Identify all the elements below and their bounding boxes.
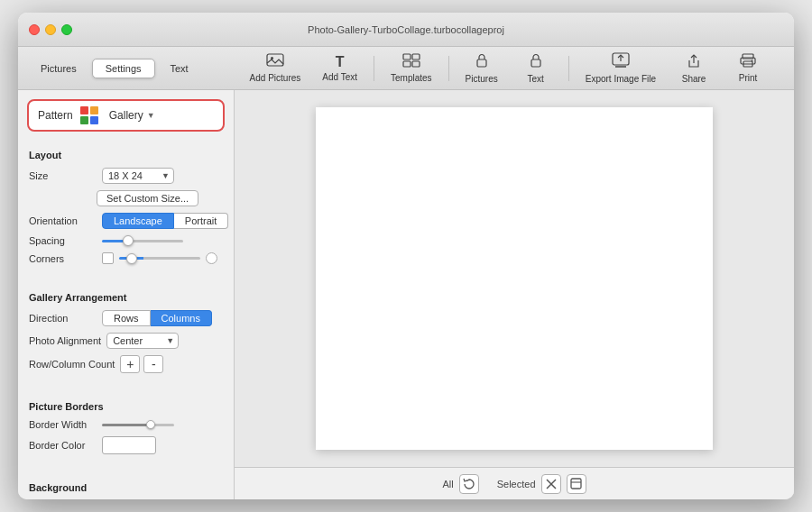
- border-width-slider[interactable]: [102, 424, 174, 426]
- svg-rect-18: [571, 479, 581, 489]
- export-label: Export Image File: [586, 74, 656, 84]
- svg-point-15: [752, 60, 753, 62]
- selected-label: Selected: [497, 479, 536, 489]
- add-pictures-label: Add Pictures: [250, 73, 301, 83]
- export-icon: [612, 52, 630, 72]
- custom-size-row: Set Custom Size...: [97, 190, 223, 206]
- svg-rect-3: [412, 54, 420, 59]
- count-row: Row/Column Count + -: [29, 355, 223, 373]
- portrait-button[interactable]: Portrait: [174, 213, 228, 229]
- size-row: Size 18 X 24 ▼: [29, 168, 223, 184]
- rows-button[interactable]: Rows: [102, 310, 151, 326]
- add-pictures-icon: [266, 53, 284, 71]
- export-button[interactable]: Export Image File: [577, 50, 665, 86]
- pattern-icon: [80, 106, 98, 124]
- count-plus-button[interactable]: +: [120, 355, 140, 373]
- count-minus-button[interactable]: -: [143, 355, 163, 373]
- spacing-row: Spacing: [29, 235, 223, 246]
- svg-rect-2: [403, 54, 411, 59]
- bottom-bar: All Selected: [235, 467, 794, 499]
- corners-label: Corners: [29, 253, 97, 264]
- pattern-selector[interactable]: Pattern Gallery ▼: [27, 99, 225, 132]
- chevron-down-icon: ▼: [161, 171, 170, 180]
- minimize-button[interactable]: [45, 24, 56, 35]
- selected-remove-button[interactable]: [541, 474, 561, 494]
- spacing-slider-container: [102, 240, 223, 242]
- spacing-slider[interactable]: [102, 240, 183, 242]
- all-refresh-button[interactable]: [459, 474, 479, 494]
- orientation-label: Orientation: [29, 215, 97, 226]
- corners-slider[interactable]: [119, 257, 200, 260]
- add-pictures-button[interactable]: Add Pictures: [241, 51, 310, 85]
- svg-rect-0: [267, 54, 283, 66]
- custom-size-button[interactable]: Set Custom Size...: [97, 190, 198, 206]
- text-lock-icon: [528, 52, 544, 72]
- svg-rect-6: [477, 59, 486, 67]
- print-label: Print: [739, 73, 758, 83]
- selected-expand-button[interactable]: [567, 474, 586, 494]
- size-select[interactable]: 18 X 24 ▼: [102, 168, 174, 184]
- add-text-label: Add Text: [322, 72, 357, 82]
- icon-cell-blue: [90, 116, 98, 124]
- pattern-label: Pattern: [38, 109, 73, 122]
- direction-row: Direction Rows Columns: [29, 310, 223, 326]
- border-color-picker[interactable]: [102, 436, 156, 454]
- main-content: Pattern Gallery ▼ Layout Size: [18, 90, 794, 499]
- landscape-button[interactable]: Landscape: [102, 213, 174, 229]
- toolbar-actions: Add Pictures T Add Text Templates Pictur…: [220, 50, 794, 86]
- icon-cell-red: [80, 106, 88, 114]
- border-width-label: Border Width: [29, 419, 97, 430]
- tab-settings[interactable]: Settings: [92, 59, 155, 78]
- add-text-button[interactable]: T Add Text: [313, 52, 366, 84]
- separator-1: [374, 56, 374, 81]
- canvas-paper: [316, 107, 713, 450]
- borders-section: Picture Borders Border Width Border Colo…: [18, 392, 234, 466]
- canvas-area: All Selected: [235, 90, 794, 499]
- all-group: All: [442, 474, 478, 494]
- titlebar: Photo-Gallery-TurboCollage.turbocollagep…: [18, 13, 794, 47]
- borders-title: Picture Borders: [29, 401, 223, 412]
- border-color-row: Border Color: [29, 436, 223, 454]
- maximize-button[interactable]: [61, 24, 72, 35]
- add-text-icon: T: [336, 54, 345, 70]
- share-button[interactable]: Share: [669, 50, 719, 86]
- columns-button[interactable]: Columns: [151, 310, 212, 326]
- templates-label: Templates: [391, 73, 432, 83]
- text-lock-label: Text: [528, 74, 544, 84]
- toolbar: Pictures Settings Text Add Pictures T Ad…: [18, 47, 794, 90]
- templates-button[interactable]: Templates: [382, 51, 441, 85]
- gallery-title: Gallery Arrangement: [29, 292, 223, 303]
- layout-title: Layout: [29, 150, 223, 160]
- spacing-label: Spacing: [29, 235, 97, 246]
- alignment-select[interactable]: Center ▼: [106, 333, 179, 349]
- all-label: All: [442, 479, 453, 489]
- count-group: + -: [120, 355, 163, 373]
- corners-checkbox[interactable]: [102, 252, 114, 264]
- layout-section: Layout Size 18 X 24 ▼ Set Custom Size...…: [18, 141, 234, 276]
- background-title: Background: [29, 482, 223, 493]
- border-width-row: Border Width: [29, 419, 223, 430]
- background-section: Background Transparent Background: [18, 473, 234, 499]
- svg-rect-7: [531, 59, 540, 67]
- gallery-dropdown[interactable]: Gallery ▼: [109, 109, 155, 122]
- icon-cell-green: [80, 116, 88, 124]
- traffic-lights: [29, 24, 72, 35]
- separator-2: [448, 56, 449, 81]
- print-button[interactable]: Print: [723, 51, 773, 85]
- tab-text[interactable]: Text: [157, 59, 202, 78]
- chevron-down-icon: ▼: [147, 111, 155, 120]
- share-icon: [687, 52, 701, 72]
- print-icon: [740, 53, 756, 71]
- corners-end-checkbox[interactable]: [206, 252, 217, 264]
- orientation-group: Landscape Portrait: [102, 213, 228, 229]
- text-lock-button[interactable]: Text: [511, 50, 561, 86]
- templates-icon: [402, 53, 420, 71]
- svg-rect-5: [412, 61, 420, 67]
- pictures-lock-icon: [474, 52, 490, 72]
- close-button[interactable]: [29, 24, 40, 35]
- corners-controls: [102, 252, 217, 264]
- pictures-lock-button[interactable]: Pictures: [457, 50, 507, 86]
- tab-pictures[interactable]: Pictures: [27, 59, 90, 78]
- share-label: Share: [682, 74, 706, 84]
- window-title: Photo-Gallery-TurboCollage.turbocollagep…: [308, 24, 504, 35]
